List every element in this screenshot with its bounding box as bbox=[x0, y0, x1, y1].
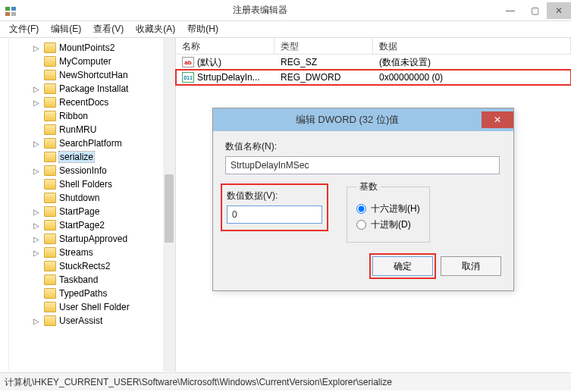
cell-data: (数值未设置) bbox=[373, 56, 571, 69]
col-type[interactable]: 类型 bbox=[275, 38, 373, 54]
tree-item-label: StartPage bbox=[59, 206, 99, 217]
tree-item-label: StartPage2 bbox=[59, 220, 105, 230]
menu-help[interactable]: 帮助(H) bbox=[181, 21, 224, 37]
folder-icon bbox=[44, 288, 56, 299]
folder-icon bbox=[44, 70, 56, 80]
dialog-close-button[interactable]: ✕ bbox=[482, 111, 513, 128]
menu-edit[interactable]: 编辑(E) bbox=[45, 21, 87, 37]
expand-arrow-icon[interactable]: ▷ bbox=[33, 99, 41, 107]
folder-icon bbox=[44, 206, 56, 217]
tree-item-streams[interactable]: ▷Streams bbox=[0, 246, 175, 259]
tree-item-label: Package Installat bbox=[59, 83, 128, 94]
tree-item-startpage2[interactable]: ▷StartPage2 bbox=[0, 218, 175, 232]
tree-item-label: UserAssist bbox=[59, 315, 102, 326]
tree-item-label: StuckRects2 bbox=[59, 261, 110, 271]
expand-arrow-icon[interactable]: ▷ bbox=[33, 317, 41, 325]
expand-arrow-icon[interactable]: ▷ bbox=[33, 235, 41, 243]
folder-icon bbox=[44, 97, 56, 108]
tree-item-newshortcuthan[interactable]: NewShortcutHan bbox=[0, 68, 175, 82]
value-data-label: 数值数据(V): bbox=[227, 190, 322, 202]
folder-icon bbox=[44, 302, 56, 312]
cell-data: 0x00000000 (0) bbox=[373, 72, 571, 83]
tree-item-label: RunMRU bbox=[59, 124, 96, 135]
menu-favorites[interactable]: 收藏夹(A) bbox=[130, 21, 181, 37]
edit-dword-dialog: 编辑 DWORD (32 位)值 ✕ 数值名称(N): 数值数据(V): 基数 … bbox=[212, 108, 514, 291]
tree-item-label: MyComputer bbox=[59, 56, 111, 67]
window-title: 注册表编辑器 bbox=[21, 4, 498, 17]
tree-item-sessioninfo[interactable]: ▷SessionInfo bbox=[0, 164, 175, 177]
radio-hex[interactable] bbox=[356, 204, 366, 214]
list-row[interactable]: 011StrtupDelayIn...REG_DWORD0x00000000 (… bbox=[176, 70, 571, 85]
tree-item-runmru[interactable]: RunMRU bbox=[0, 123, 175, 136]
tree-item-mycomputer[interactable]: MyComputer bbox=[0, 55, 175, 68]
tree-scrollbar[interactable] bbox=[163, 38, 175, 372]
folder-icon bbox=[44, 234, 56, 244]
col-data[interactable]: 数据 bbox=[373, 38, 571, 54]
list-row[interactable]: ab(默认)REG_SZ(数值未设置) bbox=[176, 55, 571, 70]
folder-icon bbox=[44, 152, 56, 162]
value-data-input[interactable] bbox=[227, 205, 322, 224]
folder-icon bbox=[44, 56, 56, 67]
svg-rect-1 bbox=[11, 7, 16, 11]
scrollbar-thumb[interactable] bbox=[165, 174, 174, 243]
tree-item-label: User Shell Folder bbox=[59, 302, 130, 312]
tree-item-label: RecentDocs bbox=[59, 97, 108, 108]
base-fieldset: 基数 十六进制(H) 十进制(D) bbox=[347, 180, 430, 243]
tree-item-mountpoints2[interactable]: ▷MountPoints2 bbox=[0, 41, 175, 55]
tree-item-shutdown[interactable]: Shutdown bbox=[0, 191, 175, 205]
expand-arrow-icon[interactable]: ▷ bbox=[33, 221, 41, 230]
tree-item-label: NewShortcutHan bbox=[59, 70, 128, 80]
expand-arrow-icon[interactable]: ▷ bbox=[33, 167, 41, 175]
tree-item-userassist[interactable]: ▷UserAssist bbox=[0, 314, 175, 328]
folder-icon bbox=[44, 111, 56, 121]
cancel-button[interactable]: 取消 bbox=[441, 256, 501, 276]
cell-name: (默认) bbox=[197, 56, 221, 69]
statusbar: 计算机\HKEY_CURRENT_USER\Software\Microsoft… bbox=[0, 372, 571, 390]
menu-file[interactable]: 文件(F) bbox=[3, 21, 45, 37]
cell-type: REG_DWORD bbox=[275, 72, 373, 83]
radio-dec[interactable] bbox=[356, 220, 366, 230]
folder-icon bbox=[44, 138, 56, 149]
tree-item-user-shell-folder[interactable]: User Shell Folder bbox=[0, 300, 175, 314]
tree-item-startupapproved[interactable]: ▷StartupApproved bbox=[0, 232, 175, 246]
tree-item-startpage[interactable]: ▷StartPage bbox=[0, 205, 175, 218]
expand-arrow-icon[interactable]: ▷ bbox=[33, 208, 41, 216]
expand-arrow-icon[interactable]: ▷ bbox=[33, 140, 41, 148]
tree-item-taskband[interactable]: Taskband bbox=[0, 273, 175, 287]
dialog-titlebar[interactable]: 编辑 DWORD (32 位)值 ✕ bbox=[213, 108, 513, 131]
radio-dec-label: 十进制(D) bbox=[371, 218, 411, 231]
folder-icon bbox=[44, 193, 56, 203]
col-name[interactable]: 名称 bbox=[176, 38, 275, 54]
tree-item-recentdocs[interactable]: ▷RecentDocs bbox=[0, 96, 175, 109]
tree-item-typedpaths[interactable]: TypedPaths bbox=[0, 287, 175, 300]
value-name-input[interactable] bbox=[225, 156, 500, 174]
ok-button[interactable]: 确定 bbox=[372, 256, 433, 276]
expand-arrow-icon[interactable]: ▷ bbox=[33, 249, 41, 257]
folder-icon bbox=[44, 315, 56, 326]
maximize-button[interactable]: ▢ bbox=[522, 2, 547, 19]
tree-item-stuckrects2[interactable]: StuckRects2 bbox=[0, 259, 175, 273]
menubar: 文件(F) 编辑(E) 查看(V) 收藏夹(A) 帮助(H) bbox=[0, 21, 571, 38]
tree-pane[interactable]: ▷MountPoints2MyComputerNewShortcutHan▷Pa… bbox=[0, 38, 176, 372]
tree-item-package-installat[interactable]: ▷Package Installat bbox=[0, 82, 175, 96]
expand-arrow-icon[interactable]: ▷ bbox=[33, 44, 41, 52]
folder-icon bbox=[44, 179, 56, 190]
minimize-button[interactable]: — bbox=[498, 2, 522, 19]
tree-item-label: SessionInfo bbox=[59, 165, 107, 176]
cell-name: StrtupDelayIn... bbox=[197, 72, 260, 83]
tree-item-shell-folders[interactable]: Shell Folders bbox=[0, 177, 175, 191]
folder-icon bbox=[44, 42, 56, 53]
tree-item-label: MountPoints2 bbox=[59, 42, 115, 53]
tree-item-searchplatform[interactable]: ▷SearchPlatform bbox=[0, 136, 175, 150]
string-value-icon: ab bbox=[182, 57, 194, 67]
folder-icon bbox=[44, 247, 56, 258]
tree-item-ribbon[interactable]: Ribbon bbox=[0, 109, 175, 123]
expand-arrow-icon[interactable]: ▷ bbox=[33, 85, 41, 93]
tree-item-serialize[interactable]: serialize bbox=[0, 150, 175, 164]
close-button[interactable]: ✕ bbox=[547, 2, 571, 19]
menu-view[interactable]: 查看(V) bbox=[87, 21, 130, 37]
radio-hex-label: 十六进制(H) bbox=[371, 202, 420, 215]
registry-app-icon bbox=[5, 5, 17, 17]
tree-item-label: Shutdown bbox=[59, 193, 99, 203]
dword-value-icon: 011 bbox=[182, 72, 194, 83]
